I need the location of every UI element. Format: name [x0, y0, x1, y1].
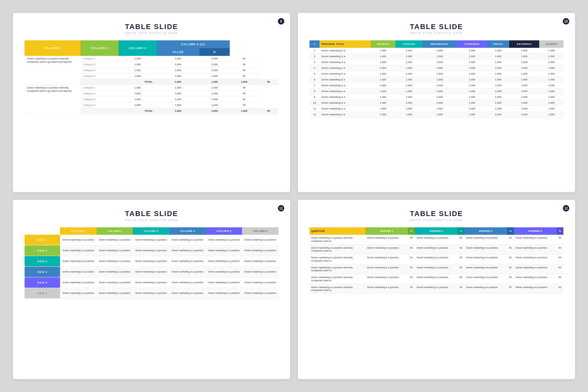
table-row: 5Green marketing is a1,0001,0001,0001,00… — [310, 71, 563, 77]
th-wednesday: WEDNESDAY — [422, 40, 457, 48]
th-answer1: ANSWER 1 — [365, 227, 408, 235]
table-row: 4Green marketing is a1,0001,0001,0001,00… — [310, 65, 563, 71]
col-header-row: COLUMN 1 COLUMN 2 COLUMN 3 COLUMN 4 (%) — [25, 40, 278, 48]
th-friday: FRIDAY — [487, 40, 509, 48]
table-row: 1Green marketing is a1,0001,0001,0001,00… — [310, 48, 563, 54]
col3-header: COLUMN 3 — [119, 40, 157, 56]
th-answer3: ANSWER 3 — [464, 227, 507, 235]
table-row: Green marketing is a practice whereby co… — [310, 284, 563, 294]
table-row: 3Green marketing is a1,0001,0001,0001,00… — [310, 59, 563, 65]
col4-pct-header: % — [199, 48, 230, 56]
col4-header: COLUMN 4 (%) — [157, 40, 230, 48]
slide-3-header: TABLE SLIDE WRITE YOUR SUBTITLE HERE — [25, 210, 278, 222]
th-process: PROCESS TITLE — [320, 40, 370, 48]
th-pct4: % — [556, 227, 563, 235]
table-row: 8Green marketing is a1,0001,0001,0001,00… — [310, 88, 563, 94]
th-thursday: THURSDAY — [457, 40, 487, 48]
table-row: 2Green marketing is a1,0001,0001,0001,00… — [310, 54, 563, 59]
table-row: 7Green marketing is a1,0001,0001,0001,00… — [310, 83, 563, 88]
slide-3: 11 TABLE SLIDE WRITE YOUR SUBTITLE HERE … — [13, 200, 290, 379]
table-row: ROW 1Green marketing is a practiceGreen … — [25, 235, 278, 245]
table-row: ROW 6Green marketing is a practiceGreen … — [25, 288, 278, 299]
th-pct1: % — [408, 227, 415, 235]
table-row: ROW 3Green marketing is a practiceGreen … — [25, 256, 278, 267]
slide-3-title: TABLE SLIDE — [25, 210, 278, 218]
th-question: QUESTION — [310, 227, 365, 235]
th-saturday: SATURDAY — [509, 40, 539, 48]
col2-header: COLUMN 2 — [80, 40, 119, 56]
slide-num-4: 12 — [563, 205, 569, 211]
slide-3-subtitle: WRITE YOUR SUBTITLE HERE — [25, 219, 278, 222]
th-answer4: ANSWER 4 — [514, 227, 556, 235]
slide-num-3: 11 — [278, 205, 284, 211]
th-s3-col3: COLUMN 3 — [133, 227, 169, 235]
slide-2-subtitle: WRITE YOUR SUBTITLE HERE — [310, 32, 563, 35]
slide-num-2: 10 — [563, 18, 569, 25]
slide-1-table: COLUMN 1 COLUMN 2 COLUMN 3 COLUMN 4 (%) … — [25, 40, 278, 114]
slide-num-1: 9 — [278, 18, 284, 25]
slide-3-table: COLUMN 1 COLUMN 2 COLUMN 3 COLUMN 4 COLU… — [25, 227, 278, 299]
th-s3-col6: COLUMN 6 — [242, 227, 278, 235]
table-row: Green marketing is a practice whereby co… — [310, 274, 563, 284]
th-s3-col1: COLUMN 1 — [60, 227, 97, 235]
th-monday: MONDAY — [371, 40, 396, 48]
slide-1: 9 TABLE SLIDE WRITE YOUR SUBTITLE HERE C… — [13, 13, 290, 192]
table-row: Green marketing is a practice whereby co… — [310, 254, 563, 264]
th-s3-col4: COLUMN 4 — [169, 227, 206, 235]
th-tuesday: TUESDAY — [395, 40, 422, 48]
slide-1-header: TABLE SLIDE WRITE YOUR SUBTITLE HERE — [25, 23, 278, 35]
th-pct3: % — [507, 227, 514, 235]
slide-4-table: QUESTION ANSWER 1 % ANSWER 2 % ANSWER 3 … — [310, 227, 563, 294]
slide-1-subtitle: WRITE YOUR SUBTITLE HERE — [25, 32, 278, 35]
slide-2-header: TABLE SLIDE WRITE YOUR SUBTITLE HERE — [310, 23, 563, 35]
th-answer2: ANSWER 2 — [415, 227, 457, 235]
slide-4-title: TABLE SLIDE — [310, 210, 563, 218]
slide-2-table: # PROCESS TITLE MONDAY TUESDAY WEDNESDAY… — [310, 40, 563, 118]
table-row: ROW 5Green marketing is a practiceGreen … — [25, 277, 278, 288]
table-row: 11Green marketing is a1,0001,0001,0001,0… — [310, 106, 563, 112]
col1-header: COLUMN 1 — [25, 40, 80, 56]
table-row: 6Green marketing is a1,0001,0001,0001,00… — [310, 77, 563, 83]
slide-2-header-row: # PROCESS TITLE MONDAY TUESDAY WEDNESDAY… — [310, 40, 563, 48]
table-row: ROW 2Green marketing is a practiceGreen … — [25, 245, 278, 256]
th-num: # — [310, 40, 320, 48]
slide-4-header: TABLE SLIDE WRITE YOUR SUBTITLE HERE — [310, 210, 563, 222]
th-s3-col5: COLUMN 5 — [206, 227, 242, 235]
col4-value-header: VALUE — [157, 48, 200, 56]
th-s3-col2: COLUMN 2 — [97, 227, 133, 235]
slide-1-title: TABLE SLIDE — [25, 23, 278, 31]
slide-3-header-row: COLUMN 1 COLUMN 2 COLUMN 3 COLUMN 4 COLU… — [25, 227, 278, 235]
slide-2-title: TABLE SLIDE — [310, 23, 563, 31]
slide-2: 10 TABLE SLIDE WRITE YOUR SUBTITLE HERE … — [298, 13, 575, 192]
table-row: Green marketing is a practice whereby co… — [310, 235, 563, 244]
th-sunday: SUNDAY — [539, 40, 563, 48]
table-row: ROW 4Green marketing is a practiceGreen … — [25, 267, 278, 277]
slide-4: 12 TABLE SLIDE WRITE YOUR SUBTITLE HERE … — [298, 200, 575, 379]
slide-4-subtitle: WRITE YOUR SUBTITLE HERE — [310, 219, 563, 222]
table-row: 12Green marketing is a1,0001,0001,0001,0… — [310, 112, 563, 118]
th-pct2: % — [457, 227, 465, 235]
table-row: Green marketing is a practice whereby co… — [310, 244, 563, 254]
table-row: 10Green marketing is a1,0001,0001,0001,0… — [310, 100, 563, 106]
slide-4-header-row: QUESTION ANSWER 1 % ANSWER 2 % ANSWER 3 … — [310, 227, 563, 235]
table-row: 9Green marketing is a1,0001,0001,0001,00… — [310, 94, 563, 100]
table-row: Green marketing is a practice whereby co… — [310, 264, 563, 274]
